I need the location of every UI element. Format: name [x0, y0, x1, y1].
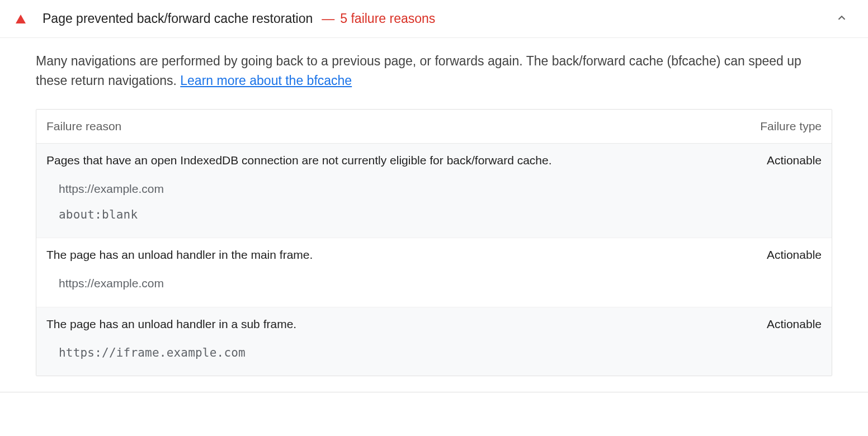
table-row-main: Pages that have an open IndexedDB connec…	[36, 144, 832, 172]
failure-urls: https://example.comabout:blank	[36, 172, 832, 238]
table-row: The page has an unload handler in the ma…	[36, 238, 832, 307]
failure-count: 5 failure reasons	[340, 11, 435, 26]
failure-urls: https://iframe.example.com	[36, 335, 832, 376]
table-header: Failure reason Failure type	[36, 110, 832, 144]
failure-type: Actionable	[767, 154, 822, 167]
failure-table: Failure reason Failure type Pages that h…	[36, 109, 832, 376]
failure-type: Actionable	[767, 248, 822, 262]
chevron-up-icon[interactable]	[836, 12, 848, 26]
failure-url: https://example.com	[59, 176, 822, 202]
failure-url: https://example.com	[59, 271, 822, 296]
failure-url: about:blank	[59, 202, 822, 228]
dash-separator: —	[322, 11, 334, 26]
failure-type: Actionable	[767, 317, 822, 331]
audit-body: Many navigations are performed by going …	[0, 38, 868, 392]
audit-title: Page prevented back/forward cache restor…	[43, 11, 313, 26]
audit-container: Page prevented back/forward cache restor…	[0, 0, 868, 392]
audit-header[interactable]: Page prevented back/forward cache restor…	[0, 0, 868, 38]
failure-urls: https://example.com	[36, 266, 832, 306]
failure-url: https://iframe.example.com	[59, 340, 822, 366]
table-row-main: The page has an unload handler in the ma…	[36, 238, 832, 266]
failure-reason: The page has an unload handler in a sub …	[46, 317, 767, 331]
table-row-main: The page has an unload handler in a sub …	[36, 307, 832, 335]
warning-triangle-icon	[16, 15, 26, 23]
audit-description: Many navigations are performed by going …	[36, 51, 832, 90]
description-text: Many navigations are performed by going …	[36, 54, 801, 88]
col-failure-type: Failure type	[760, 120, 822, 133]
failure-reason: Pages that have an open IndexedDB connec…	[46, 154, 767, 167]
col-failure-reason: Failure reason	[46, 120, 121, 133]
learn-more-link[interactable]: Learn more about the bfcache	[180, 73, 352, 88]
table-row: The page has an unload handler in a sub …	[36, 307, 832, 376]
failure-reason: The page has an unload handler in the ma…	[46, 248, 767, 262]
table-row: Pages that have an open IndexedDB connec…	[36, 144, 832, 238]
